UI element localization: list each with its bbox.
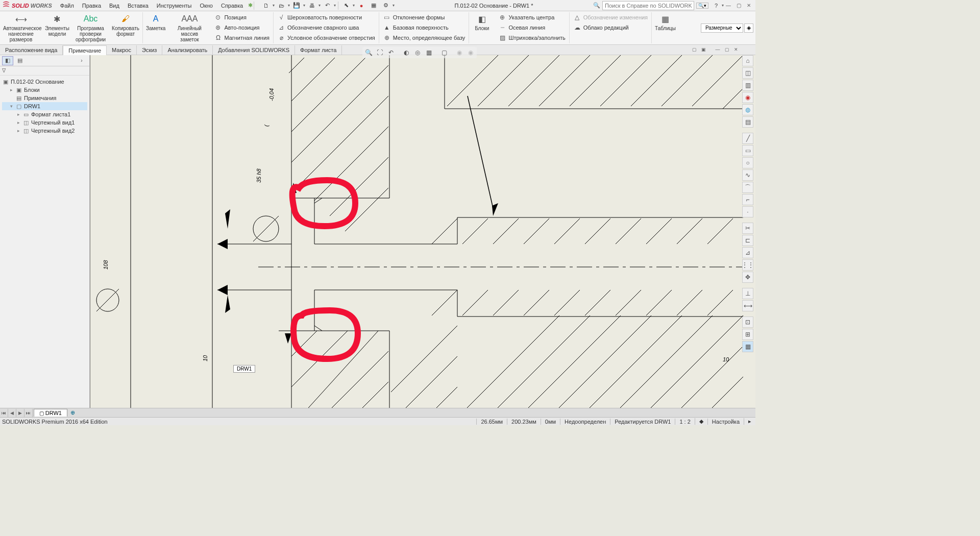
rt-trim-icon[interactable]: ✂ xyxy=(742,223,753,234)
help-search-input[interactable] xyxy=(602,1,694,10)
rib-auto-dimension[interactable]: ⟷Автоматическое нанесение размеров xyxy=(0,12,42,43)
dimension-select[interactable]: Размерные xyxy=(701,23,743,33)
status-custom[interactable]: Настройка xyxy=(707,419,744,425)
status-scale[interactable]: 1 : 2 xyxy=(675,419,694,425)
rib-revision-cloud[interactable]: ☁Облако редакций xyxy=(572,22,649,33)
zoom-fit-icon[interactable]: 🔍 xyxy=(363,48,374,57)
rt-custom-icon[interactable]: ▤ xyxy=(742,116,753,128)
rib-datum-feature[interactable]: ▲Базовая поверхность xyxy=(381,22,467,33)
menu-view[interactable]: Вид xyxy=(105,2,124,10)
sheet-tab-drw1[interactable]: ▢ DRW1 xyxy=(34,409,67,417)
rib-center-mark[interactable]: ⊕Указатель центра xyxy=(497,12,567,22)
rt-line-icon[interactable]: ╱ xyxy=(742,133,753,144)
rib-linear-pattern[interactable]: AAAЛинейный массив заметок xyxy=(168,12,210,43)
rib-weld-symbol[interactable]: ⊿Обозначение сварного шва xyxy=(276,22,377,33)
tab-view-layout[interactable]: Расположение вида xyxy=(0,45,63,55)
sheet-add-icon[interactable]: ⊕ xyxy=(69,409,77,417)
sheet-first-icon[interactable]: ⏮ xyxy=(0,409,8,417)
tree-filter[interactable]: ∇ xyxy=(0,66,89,76)
rib-auto-balloon[interactable]: ⊛Авто-позиция xyxy=(212,22,271,33)
rib-model-items[interactable]: ✱Элементы модели xyxy=(42,12,72,43)
menu-insert[interactable]: Вставка xyxy=(124,2,153,10)
rebuild-icon[interactable]: ● xyxy=(356,1,367,10)
rt-mirror-icon[interactable]: ⊿ xyxy=(742,247,753,258)
doc-close-icon[interactable]: ✕ xyxy=(732,46,740,53)
rt-point-icon[interactable]: · xyxy=(742,206,753,217)
edit-sheet-icon[interactable]: ▢ xyxy=(439,48,449,57)
rt-fillet-icon[interactable]: ⌐ xyxy=(742,194,753,205)
rt-rect-icon[interactable]: ▭ xyxy=(742,145,753,156)
display-style-icon[interactable]: ◎ xyxy=(412,48,423,57)
tree-blocks[interactable]: ▸▣Блоки xyxy=(2,86,87,94)
layer-icon[interactable]: ◈ xyxy=(744,23,753,33)
rib-balloon[interactable]: ⊙Позиция xyxy=(212,12,271,22)
tree-annotations[interactable]: ▤Примечания xyxy=(2,94,87,102)
rt-box1-icon[interactable]: ◫ xyxy=(742,67,753,79)
rib-format-painter[interactable]: 🖌Копировать формат xyxy=(109,12,142,43)
tree-tab-property-icon[interactable]: ▤ xyxy=(14,56,26,65)
rt-snap3-icon[interactable]: ▦ xyxy=(742,341,753,352)
status-diamond-icon[interactable]: ◆ xyxy=(695,418,707,425)
sheet-next-icon[interactable]: ▶ xyxy=(16,409,24,417)
rt-appearance-icon[interactable]: ◉ xyxy=(742,92,753,103)
sheet-last-icon[interactable]: ⏭ xyxy=(24,409,33,417)
undo-icon[interactable]: ↶ xyxy=(322,1,333,10)
menu-file[interactable]: Файл xyxy=(56,2,78,10)
tree-sheet-format[interactable]: ▸▭Формат листа1 xyxy=(2,110,87,118)
tree-root[interactable]: ▣П.012-02 Основание xyxy=(2,78,87,86)
tree-view2[interactable]: ▸◫Чертежный вид2 xyxy=(2,127,87,135)
menu-help[interactable]: Справка xyxy=(217,2,247,10)
tab-evaluate[interactable]: Анализировать xyxy=(162,45,213,55)
rt-offset-icon[interactable]: ⊏ xyxy=(742,235,753,246)
rib-area-hatch[interactable]: ▨Штриховка/заполнить xyxy=(497,33,567,43)
rib-blocks[interactable]: ◧Блоки xyxy=(469,12,495,43)
doc-restore-icon[interactable]: ▢ xyxy=(723,46,731,53)
open-icon[interactable]: 🗁 xyxy=(276,1,287,10)
view-settings-icon[interactable]: ◉ xyxy=(465,48,476,57)
rt-arc-icon[interactable]: ⌒ xyxy=(742,182,753,193)
rt-box2-icon[interactable]: ▥ xyxy=(742,80,753,91)
rib-tables[interactable]: ▦Таблицы xyxy=(652,12,679,43)
rt-snap2-icon[interactable]: ⊞ xyxy=(742,329,753,340)
tab-annotation[interactable]: Примечание xyxy=(63,45,107,55)
drawing-canvas[interactable]: 108 35 h8 -0,04 ( 10 10 xyxy=(90,55,755,408)
rib-centerline[interactable]: ┈Осевая линия xyxy=(497,22,567,33)
print-icon[interactable]: 🖶 xyxy=(306,1,317,10)
view-orient-icon[interactable]: ◉ xyxy=(454,48,464,57)
rib-spellcheck[interactable]: AbcПрограмма проверки орфографии xyxy=(72,12,109,43)
rib-dimension-dropdown[interactable]: Размерные ◈ xyxy=(699,12,755,43)
doc-minimize-icon[interactable]: — xyxy=(714,46,722,53)
menu-edit[interactable]: Правка xyxy=(78,2,105,10)
menu-tools[interactable]: Инструменты xyxy=(153,2,196,10)
hide-show-icon[interactable]: ▦ xyxy=(424,48,434,57)
settings-icon[interactable]: ⚙ xyxy=(380,1,391,10)
rib-hole-callout[interactable]: ⌀Условное обозначение отверстия xyxy=(276,33,377,43)
rib-note[interactable]: AЗаметка xyxy=(143,12,168,43)
doc-tile-icon[interactable]: ▢ xyxy=(690,46,698,53)
zoom-area-icon[interactable]: ⛶ xyxy=(375,48,385,57)
new-icon[interactable]: 🗋 xyxy=(260,1,272,10)
status-flag-icon[interactable]: ▸ xyxy=(744,418,755,425)
prev-view-icon[interactable]: ↶ xyxy=(386,48,396,57)
rt-circle-icon[interactable]: ○ xyxy=(742,157,753,168)
sheet-prev-icon[interactable]: ◀ xyxy=(8,409,16,417)
tab-sketch[interactable]: Эскиз xyxy=(137,45,162,55)
tree-tab-feature-icon[interactable]: ◧ xyxy=(2,56,13,65)
select-icon[interactable]: ⬉ xyxy=(340,1,352,10)
section-view-icon[interactable]: ◐ xyxy=(401,48,411,57)
menu-pin-icon[interactable]: ✱ xyxy=(248,2,253,9)
rt-decal-icon[interactable]: ◍ xyxy=(742,104,753,115)
rib-revision-symbol[interactable]: △Обозначение изменения xyxy=(572,12,649,22)
doc-cascade-icon[interactable]: ▣ xyxy=(699,46,707,53)
maximize-icon[interactable]: ▢ xyxy=(734,2,743,10)
rt-move-icon[interactable]: ✥ xyxy=(742,272,753,283)
rt-relation-icon[interactable]: ⊥ xyxy=(742,288,753,299)
minimize-icon[interactable]: — xyxy=(724,2,733,10)
rib-geo-tolerance[interactable]: ▭Отклонение формы xyxy=(381,12,467,22)
tree-drw1[interactable]: ▾▢DRW1 xyxy=(2,102,87,110)
tree-expand-icon[interactable]: › xyxy=(76,56,87,65)
rib-magnetic-line[interactable]: ΩМагнитная линия xyxy=(212,33,271,43)
close-icon[interactable]: ✕ xyxy=(744,2,753,10)
rt-spline-icon[interactable]: ∿ xyxy=(742,169,753,181)
rib-surface-finish[interactable]: √Шероховатость поверхности xyxy=(276,12,377,22)
